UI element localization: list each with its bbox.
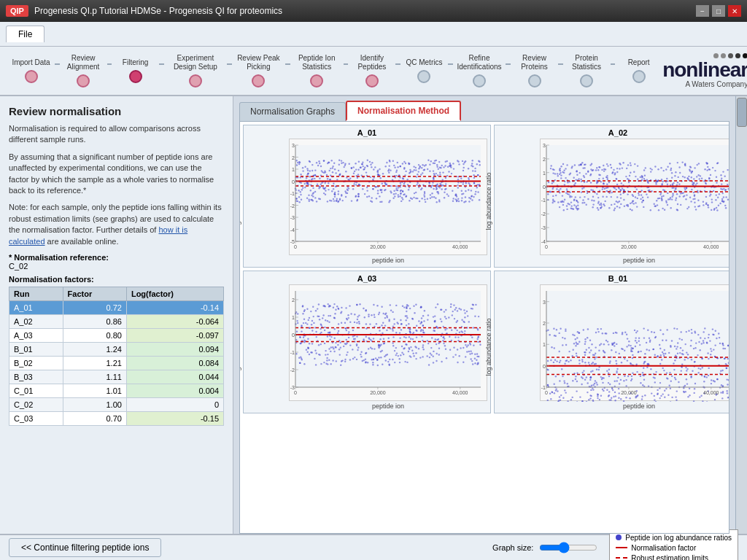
svg-text:0: 0 <box>294 244 297 249</box>
svg-point-2364 <box>578 359 580 361</box>
tab-normalisation-method[interactable]: Normalisation Method <box>346 101 461 121</box>
svg-point-487 <box>377 190 379 191</box>
svg-point-2095 <box>643 368 644 369</box>
svg-point-492 <box>377 174 379 175</box>
table-cell-run: A_03 <box>9 328 63 342</box>
svg-point-1127 <box>632 200 634 201</box>
workflow-step-import-data[interactable]: Import Data <box>7 58 55 83</box>
svg-point-1570 <box>444 345 446 346</box>
svg-point-170 <box>451 173 452 174</box>
close-button[interactable]: ✕ <box>728 5 741 17</box>
svg-point-62 <box>331 160 333 161</box>
svg-point-1332 <box>371 359 373 360</box>
graph-size-slider[interactable] <box>539 542 597 553</box>
svg-point-979 <box>660 167 662 168</box>
svg-point-1985 <box>570 359 571 361</box>
minimize-button[interactable]: − <box>696 5 709 17</box>
svg-point-2387 <box>551 391 553 392</box>
svg-point-1984 <box>553 328 554 330</box>
svg-point-323 <box>353 166 355 168</box>
svg-point-2470 <box>551 346 552 348</box>
svg-point-328 <box>395 189 397 190</box>
svg-point-1035 <box>626 204 627 206</box>
workflow-step-report[interactable]: Report <box>615 58 662 83</box>
workflow-step-review-proteins[interactable]: Review Proteins <box>511 54 558 88</box>
svg-point-2480 <box>547 360 549 362</box>
svg-point-570 <box>473 182 475 184</box>
svg-text:0: 0 <box>545 244 548 249</box>
workflow-step-review-peak-picking[interactable]: Review Peak Picking <box>232 54 285 88</box>
svg-point-361 <box>388 168 390 170</box>
svg-point-1429 <box>374 348 375 349</box>
workflow-step-peptide-ion-statistics[interactable]: Peptide Ion Statistics <box>290 54 344 88</box>
svg-point-1758 <box>328 359 330 361</box>
svg-point-2257 <box>632 354 633 356</box>
svg-point-262 <box>405 196 406 198</box>
svg-point-2091 <box>663 370 665 371</box>
svg-point-864 <box>604 188 605 190</box>
svg-point-2061 <box>701 343 703 344</box>
svg-point-2356 <box>610 399 611 400</box>
svg-point-894 <box>716 182 717 183</box>
workflow-step-experiment-design-setup[interactable]: Experiment Design Setup <box>164 54 227 88</box>
svg-point-454 <box>388 201 390 203</box>
workflow-step-protein-statistics[interactable]: Protein Statistics <box>563 54 611 88</box>
workflow-step-filtering[interactable]: Filtering <box>112 58 159 83</box>
svg-point-2473 <box>637 394 638 396</box>
svg-point-162 <box>417 182 418 184</box>
svg-point-785 <box>722 192 724 194</box>
svg-point-1980 <box>687 396 689 397</box>
workflow-step-identify-peptides[interactable]: Identify Peptides <box>348 54 395 88</box>
svg-point-1734 <box>460 347 461 349</box>
svg-point-1340 <box>344 359 346 360</box>
svg-point-1527 <box>373 338 374 339</box>
svg-point-72 <box>371 166 372 168</box>
svg-point-510 <box>460 178 462 179</box>
svg-point-675 <box>554 173 556 174</box>
maximize-button[interactable]: □ <box>712 5 725 17</box>
graph-plot[interactable]: -5-4-3-2-11230020,00040,000 <box>289 139 487 255</box>
graph-plot[interactable]: -4-3-2-11230020,00040,000 <box>540 139 729 255</box>
svg-point-846 <box>642 197 643 198</box>
scrollbar[interactable] <box>735 96 747 534</box>
svg-point-2018 <box>606 389 608 391</box>
graph-plot[interactable]: -11230020,00040,000 <box>540 284 729 401</box>
svg-point-1072 <box>557 173 558 174</box>
svg-point-348 <box>479 199 480 201</box>
svg-point-908 <box>705 183 707 184</box>
graph-plot[interactable]: -3-2-1120020,00040,000 <box>289 284 487 401</box>
continue-button[interactable]: << Continue filtering peptide ions <box>9 538 161 557</box>
svg-point-1603 <box>327 363 328 365</box>
svg-point-1846 <box>415 352 417 354</box>
workflow-step-qc-metrics[interactable]: QC Metrics <box>400 58 448 83</box>
svg-point-518 <box>417 198 418 199</box>
svg-point-1192 <box>569 195 570 197</box>
svg-point-1824 <box>378 314 379 315</box>
workflow-step-refine-identifications[interactable]: Refine Identifications <box>453 54 506 88</box>
svg-point-1646 <box>343 346 344 347</box>
svg-point-991 <box>614 187 616 189</box>
svg-point-821 <box>688 206 689 208</box>
svg-point-22 <box>414 192 415 194</box>
svg-point-1000 <box>621 182 622 184</box>
svg-point-1840 <box>330 336 332 338</box>
svg-point-567 <box>307 173 309 174</box>
svg-point-2263 <box>592 370 593 372</box>
svg-point-1939 <box>565 344 567 346</box>
svg-point-664 <box>636 188 638 190</box>
svg-point-1501 <box>327 320 328 322</box>
svg-point-2292 <box>595 363 597 365</box>
tab-normalisation-graphs[interactable]: Normalisation Graphs <box>239 102 346 121</box>
svg-point-1693 <box>452 356 454 357</box>
workflow-step-review-alignment[interactable]: Review Alignment <box>60 54 107 88</box>
svg-point-2341 <box>697 354 698 356</box>
svg-point-1701 <box>406 319 407 321</box>
svg-point-1548 <box>471 358 472 359</box>
svg-point-949 <box>691 189 692 190</box>
svg-point-2164 <box>640 351 641 352</box>
svg-point-1647 <box>310 311 311 312</box>
svg-point-1424 <box>399 358 400 359</box>
file-menu[interactable]: File <box>6 26 44 42</box>
svg-point-2398 <box>644 394 646 396</box>
waters-text: A Waters Company <box>685 80 747 88</box>
